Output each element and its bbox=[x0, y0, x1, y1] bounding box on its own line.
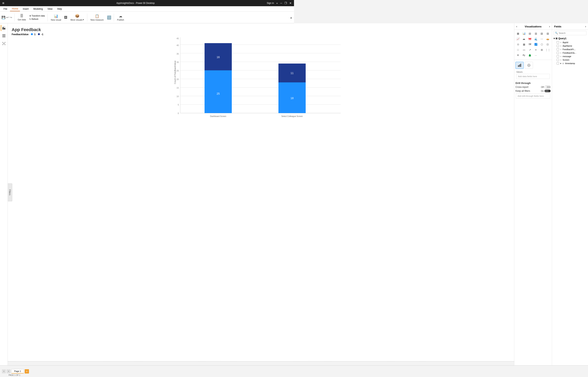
svg-rect-37 bbox=[204, 70, 232, 113]
svg-text:16: 16 bbox=[216, 56, 220, 59]
quick-measure-btn[interactable]: 🔢 bbox=[106, 12, 112, 23]
svg-text:45: 45 bbox=[177, 37, 179, 40]
close-button[interactable]: ✕ bbox=[289, 1, 292, 5]
menu-home[interactable]: Home bbox=[10, 7, 20, 11]
svg-rect-2 bbox=[2, 26, 5, 27]
svg-text:35: 35 bbox=[177, 53, 179, 55]
svg-text:25: 25 bbox=[216, 92, 220, 95]
svg-rect-4 bbox=[2, 35, 5, 36]
app-icon: ⊞ bbox=[2, 2, 4, 4]
ribbon-collapse-btn[interactable]: ▲ bbox=[290, 16, 292, 19]
filters-panel-toggle[interactable]: Filters bbox=[8, 183, 12, 188]
report-view-icon[interactable] bbox=[1, 25, 7, 31]
svg-line-14 bbox=[4, 44, 5, 45]
svg-text:0: 0 bbox=[178, 112, 179, 115]
publish-button[interactable]: ☁ Publish bbox=[116, 12, 126, 23]
svg-text:5: 5 bbox=[178, 104, 179, 106]
svg-rect-1 bbox=[4, 28, 5, 30]
new-visual-button[interactable]: 📊 New visual bbox=[49, 12, 63, 23]
menubar: File Home Insert Modeling View Help bbox=[0, 6, 294, 12]
titlebar-left: ⊞ bbox=[2, 2, 4, 4]
refresh-icon: ↻ bbox=[29, 18, 31, 20]
redo-icon[interactable]: ↪ bbox=[10, 16, 12, 19]
chart-container: App Feedback FeedbackValue 1 -1 0 5 10 1… bbox=[12, 27, 294, 188]
svg-text:Screen: Screen bbox=[257, 119, 264, 119]
chevron-down-icon: ▾ bbox=[83, 18, 84, 21]
chart-title: App Feedback bbox=[12, 27, 294, 32]
visual-gallery-btn[interactable]: 🖼 bbox=[63, 12, 68, 23]
save-icon[interactable]: 💾 bbox=[1, 16, 5, 19]
svg-text:25: 25 bbox=[177, 70, 179, 72]
model-view-icon[interactable] bbox=[1, 40, 7, 47]
menu-modeling[interactable]: Modeling bbox=[31, 7, 45, 11]
more-visuals-button[interactable]: 📦 More visuals ▾ bbox=[69, 12, 85, 23]
main-canvas-area: Filters App Feedback FeedbackValue 1 -1 … bbox=[8, 23, 294, 188]
svg-text:15: 15 bbox=[177, 87, 179, 89]
get-data-button[interactable]: 🗄 Get data bbox=[16, 12, 27, 23]
svg-line-13 bbox=[3, 44, 3, 45]
svg-text:11: 11 bbox=[290, 71, 294, 75]
legend-dot-neg1 bbox=[38, 33, 40, 35]
ribbon-sep-2 bbox=[48, 14, 48, 21]
svg-text:18: 18 bbox=[290, 97, 294, 100]
svg-rect-3 bbox=[2, 34, 5, 35]
ribbon: 💾 ↩ ↪ 🗄 Get data ⚙ Transform data ↻ Refr… bbox=[0, 12, 294, 23]
menu-help[interactable]: Help bbox=[55, 7, 64, 11]
chart-legend: FeedbackValue 1 -1 bbox=[12, 33, 294, 36]
svg-line-11 bbox=[3, 43, 3, 43]
ribbon-sep-1 bbox=[14, 14, 15, 21]
svg-text:30: 30 bbox=[177, 61, 179, 63]
menu-view[interactable]: View bbox=[46, 7, 54, 11]
svg-line-12 bbox=[4, 43, 5, 43]
svg-text:10: 10 bbox=[177, 95, 179, 97]
svg-text:40: 40 bbox=[177, 44, 179, 47]
publish-icon: ☁ bbox=[119, 14, 122, 18]
new-measure-icon: 📋 bbox=[95, 14, 99, 18]
new-measure-button[interactable]: 📋 New measure bbox=[89, 12, 105, 23]
titlebar-controls: Sign in ● ─ ❐ ✕ bbox=[267, 1, 292, 5]
refresh-btn[interactable]: ↻ Refresh bbox=[29, 18, 46, 21]
undo-icon[interactable]: ↩ bbox=[6, 16, 9, 19]
minimize-button[interactable]: ─ bbox=[280, 1, 282, 5]
svg-text:Dashboard Screen: Dashboard Screen bbox=[210, 115, 226, 117]
svg-rect-5 bbox=[2, 36, 5, 37]
titlebar: ⊞ AppInsightsDocs - Power BI Desktop Sig… bbox=[0, 0, 294, 6]
data-view-icon[interactable] bbox=[1, 33, 7, 39]
restore-button[interactable]: ❐ bbox=[285, 1, 287, 5]
more-visuals-icon: 📦 bbox=[75, 14, 79, 18]
menu-file[interactable]: File bbox=[1, 7, 9, 11]
svg-rect-0 bbox=[2, 27, 4, 30]
transform-data-btn[interactable]: ⚙ Transform data bbox=[29, 14, 46, 17]
legend-dot-1 bbox=[31, 33, 33, 35]
chart-svg: 0 5 10 15 20 25 30 35 40 45 bbox=[12, 37, 294, 119]
get-data-icon: 🗄 bbox=[20, 14, 24, 18]
svg-text:Select Colleague Screen: Select Colleague Screen bbox=[281, 115, 294, 117]
new-visual-icon: 📊 bbox=[54, 14, 58, 18]
report-canvas[interactable]: Filters App Feedback FeedbackValue 1 -1 … bbox=[8, 23, 294, 188]
titlebar-title: AppInsightsDocs - Power BI Desktop bbox=[4, 2, 267, 4]
left-sidebar bbox=[0, 23, 8, 188]
svg-text:Count of FeedbackValue: Count of FeedbackValue bbox=[174, 61, 176, 84]
ribbon-sep-4 bbox=[114, 14, 114, 21]
sign-in-button[interactable]: Sign in bbox=[267, 2, 274, 4]
svg-point-6 bbox=[3, 43, 4, 44]
menu-insert[interactable]: Insert bbox=[21, 7, 31, 11]
svg-text:20: 20 bbox=[177, 78, 179, 81]
